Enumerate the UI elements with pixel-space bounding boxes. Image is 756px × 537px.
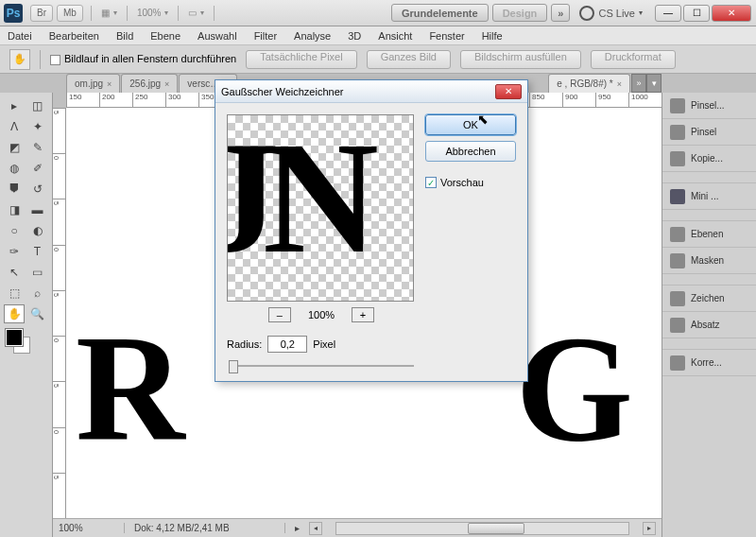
- camera-tool[interactable]: ⌕: [27, 284, 48, 303]
- lasso-tool[interactable]: ⴷ: [4, 117, 25, 136]
- ps-logo: Ps: [4, 4, 23, 23]
- dialog-close-button[interactable]: ✕: [495, 84, 522, 99]
- pen-tool[interactable]: ✑: [4, 242, 25, 261]
- panel-pinsel[interactable]: Pinsel: [662, 119, 756, 146]
- actual-pixels-button[interactable]: Tatsächliche Pixel: [246, 50, 356, 69]
- menu-auswahl[interactable]: Auswahl: [198, 30, 237, 42]
- type-tool[interactable]: T: [27, 242, 48, 261]
- eyedropper-tool[interactable]: ✎: [27, 138, 48, 157]
- panel-masken[interactable]: Masken: [662, 248, 756, 274]
- menu-3d[interactable]: 3D: [348, 30, 361, 42]
- radius-label: Radius:: [227, 338, 262, 350]
- close-button[interactable]: ✕: [712, 5, 751, 22]
- minimize-button[interactable]: —: [655, 5, 681, 22]
- document-tab[interactable]: 256.jpg×: [121, 74, 178, 93]
- tab-close-icon[interactable]: ×: [107, 79, 112, 89]
- menu-ebene[interactable]: Ebene: [150, 30, 180, 42]
- radius-input[interactable]: [267, 336, 307, 353]
- gradient-tool[interactable]: ▬: [27, 200, 48, 219]
- document-tab-active[interactable]: e , RGB/8#) *×: [548, 74, 630, 93]
- wand-tool[interactable]: ✦: [27, 117, 48, 136]
- zoom-dropdown[interactable]: 100%: [133, 4, 173, 23]
- menu-filter[interactable]: Filter: [254, 30, 277, 42]
- panel-zeichen[interactable]: Zeichen: [662, 286, 756, 312]
- tools-panel: ▸◫ ⴷ✦ ◩✎ ◍✐ ⛊↺ ◨▬ ○◐ ✑T ↖▭ ⬚⌕ ✋🔍: [0, 93, 53, 537]
- panels-dock: Pinsel... Pinsel Kopie... Mini ... Ebene…: [662, 93, 756, 537]
- fill-screen-button[interactable]: Bildschirm ausfüllen: [460, 50, 581, 69]
- arrange-dropdown[interactable]: ▦: [97, 4, 121, 23]
- dialog-title: Gaußscher Weichzeichner: [221, 86, 495, 97]
- workspace-more[interactable]: »: [551, 4, 570, 22]
- scroll-left-button[interactable]: ◂: [309, 522, 322, 535]
- panel-ebenen[interactable]: Ebenen: [662, 221, 756, 248]
- hand-tool-icon[interactable]: ✋: [9, 49, 30, 70]
- panel-kopie[interactable]: Kopie...: [662, 146, 756, 172]
- tabs-menu-button[interactable]: ▾: [646, 74, 662, 93]
- move-tool[interactable]: ▸: [4, 96, 25, 115]
- cslive-dropdown[interactable]: CS Live: [579, 6, 643, 21]
- screen-mode-dropdown[interactable]: ▭: [184, 4, 208, 23]
- history-tool[interactable]: ↺: [27, 180, 48, 199]
- zoom-tool[interactable]: 🔍: [27, 304, 48, 323]
- zoom-in-button[interactable]: +: [352, 307, 374, 322]
- stamp-tool[interactable]: ⛊: [4, 180, 25, 199]
- menu-bild[interactable]: Bild: [116, 30, 133, 42]
- dodge-tool[interactable]: ◐: [27, 221, 48, 240]
- cancel-button[interactable]: Abbrechen: [425, 141, 516, 162]
- path-tool[interactable]: ↖: [4, 263, 25, 282]
- tabs-more-button[interactable]: »: [631, 74, 646, 93]
- zoom-out-button[interactable]: –: [268, 307, 291, 322]
- brush-tool[interactable]: ✐: [27, 159, 48, 178]
- panel-pinsel-presets[interactable]: Pinsel...: [662, 93, 756, 119]
- dialog-titlebar[interactable]: Gaußscher Weichzeichner ✕: [215, 80, 527, 103]
- horizontal-scrollbar[interactable]: [335, 522, 629, 535]
- hand-tool[interactable]: ✋: [4, 304, 25, 323]
- preview-checkbox[interactable]: ✓ Vorschau: [425, 177, 516, 188]
- window-controls: — ☐ ✕: [654, 5, 752, 22]
- menu-bearbeiten[interactable]: Bearbeiten: [49, 30, 99, 42]
- status-zoom[interactable]: 100%: [59, 523, 125, 533]
- color-swatches[interactable]: [0, 327, 52, 355]
- scroll-all-checkbox[interactable]: Bildlauf in allen Fenstern durchführen: [50, 53, 236, 65]
- status-arrow-icon[interactable]: ▸: [295, 523, 300, 533]
- eraser-tool[interactable]: ◨: [4, 200, 25, 219]
- shape-tool[interactable]: ▭: [27, 263, 48, 282]
- tab-close-icon[interactable]: ×: [164, 79, 169, 89]
- status-doc-info[interactable]: Dok: 4,12 MB/2,41 MB: [134, 523, 285, 533]
- menu-fenster[interactable]: Fenster: [429, 30, 464, 42]
- status-bar: 100% Dok: 4,12 MB/2,41 MB ▸ ◂ ▸: [53, 518, 662, 537]
- 3d-tool[interactable]: ⬚: [4, 284, 25, 303]
- menu-datei[interactable]: Datei: [8, 30, 32, 42]
- panel-absatz[interactable]: Absatz: [662, 312, 756, 338]
- heal-tool[interactable]: ◍: [4, 159, 25, 178]
- panel-korrekturen[interactable]: Korre...: [662, 350, 756, 376]
- titlebar: Ps Br Mb ▦ 100% ▭ Grundelemente Design »…: [0, 0, 756, 26]
- preview-zoom-label: 100%: [308, 309, 335, 320]
- menu-hilfe[interactable]: Hilfe: [482, 30, 503, 42]
- minibridge-button[interactable]: Mb: [57, 5, 83, 22]
- preview-content: JN: [227, 114, 362, 290]
- menu-analyse[interactable]: Analyse: [294, 30, 331, 42]
- scroll-right-button[interactable]: ▸: [643, 522, 656, 535]
- fit-image-button[interactable]: Ganzes Bild: [367, 50, 451, 69]
- blur-tool[interactable]: ○: [4, 221, 25, 240]
- panel-minibridge[interactable]: Mini ...: [662, 183, 756, 210]
- print-size-button[interactable]: Druckformat: [591, 50, 676, 69]
- fg-color-swatch[interactable]: [6, 329, 23, 346]
- document-tab[interactable]: om.jpg×: [66, 74, 120, 93]
- tab-close-icon[interactable]: ×: [617, 79, 622, 89]
- bridge-button[interactable]: Br: [30, 5, 53, 22]
- gaussian-blur-dialog: Gaußscher Weichzeichner ✕ JN – 100% + Ra…: [215, 79, 528, 382]
- radius-slider[interactable]: [227, 358, 416, 373]
- menubar: Datei Bearbeiten Bild Ebene Auswahl Filt…: [0, 26, 756, 45]
- radius-unit: Pixel: [313, 338, 335, 350]
- crop-tool[interactable]: ◩: [4, 138, 25, 157]
- workspace-design[interactable]: Design: [492, 4, 548, 22]
- maximize-button[interactable]: ☐: [683, 5, 710, 22]
- ok-button[interactable]: OK: [425, 114, 516, 135]
- menu-ansicht[interactable]: Ansicht: [378, 30, 412, 42]
- marquee-tool[interactable]: ◫: [27, 96, 48, 115]
- workspace-grundelemente[interactable]: Grundelemente: [391, 4, 489, 22]
- options-bar: ✋ Bildlauf in allen Fenstern durchführen…: [0, 45, 756, 74]
- preview-area[interactable]: JN: [227, 114, 414, 302]
